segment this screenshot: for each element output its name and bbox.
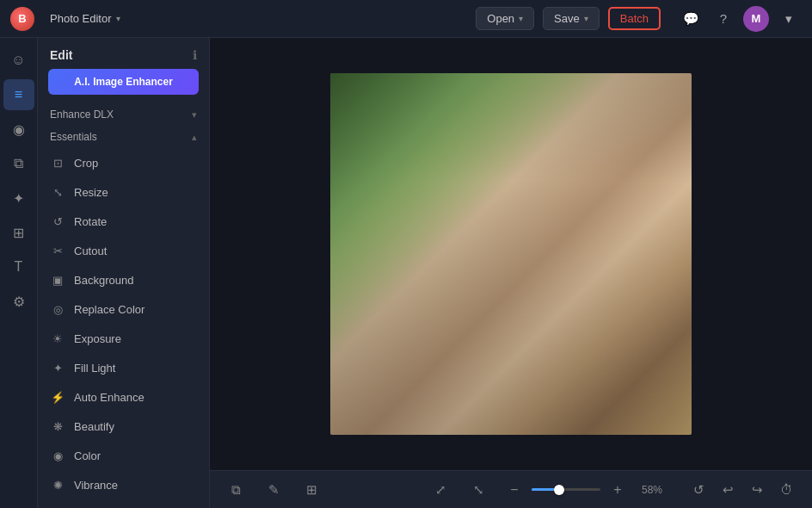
menu-item-sharpen[interactable]: △ Sharpen	[38, 499, 209, 508]
edit-bottom-icon[interactable]: ✎	[261, 478, 286, 502]
zoom-percentage: 58%	[642, 484, 673, 496]
icon-nav: ☺ ≡ ◉ ⧉ ✦ ⊞ T ⚙	[0, 38, 38, 508]
photo-content	[330, 73, 692, 435]
essentials-section-header[interactable]: Essentials ▴	[38, 126, 209, 148]
app-logo[interactable]: B	[10, 7, 34, 31]
open-button[interactable]: Open ▾	[476, 7, 534, 30]
menu-item-vibrance[interactable]: ✺ Vibrance	[38, 470, 209, 499]
menu-item-label: Vibrance	[74, 479, 118, 492]
menu-item-label: Fill Light	[74, 362, 115, 375]
nav-eye-icon[interactable]: ◉	[3, 114, 34, 145]
layers-bottom-icon[interactable]: ⧉	[224, 478, 248, 502]
enhance-section-title: Enhance DLX	[50, 108, 114, 121]
resize-icon: ⤡	[50, 184, 65, 200]
enhance-section-header[interactable]: Enhance DLX ▾	[38, 103, 209, 126]
redo-icon[interactable]: ↪	[745, 478, 769, 502]
crop-icon: ⊡	[50, 155, 65, 170]
menu-item-auto-enhance[interactable]: ⚡ Auto Enhance	[38, 382, 209, 412]
menu-item-resize[interactable]: ⤡ Resize	[38, 177, 209, 207]
menu-item-label: Cutout	[74, 245, 107, 257]
menu-list: ⊡ Crop ⤡ Resize ↺ Rotate ✂ Cutout ▣ Back…	[38, 148, 209, 508]
menu-item-exposure[interactable]: ☀ Exposure	[38, 324, 209, 353]
essentials-section-title: Essentials	[50, 131, 97, 143]
menu-item-replace-color[interactable]: ◎ Replace Color	[38, 294, 209, 324]
topbar-icons: 💬 ? M ▾	[678, 6, 802, 32]
menu-item-label: Replace Color	[74, 303, 145, 316]
nav-face-icon[interactable]: ☺	[3, 45, 34, 76]
fit-icon[interactable]: ⤢	[428, 478, 452, 502]
zoom-controls: − +	[504, 480, 628, 500]
info-icon[interactable]: ℹ	[193, 48, 197, 62]
rotate-icon: ↺	[50, 214, 65, 229]
app-title-chevron: ▾	[116, 14, 120, 23]
vibrance-icon: ✺	[50, 477, 65, 493]
menu-item-label: Rotate	[74, 215, 107, 228]
canvas-wrapper	[210, 38, 812, 470]
zoom-slider-thumb[interactable]	[554, 485, 564, 495]
nav-settings-icon[interactable]: ⚙	[3, 286, 34, 317]
canvas-image[interactable]	[330, 73, 692, 435]
menu-item-label: Color	[74, 449, 101, 462]
menu-item-label: Beautify	[74, 420, 114, 433]
topbar-menu-icon[interactable]: ▾	[776, 6, 802, 32]
left-panel: Edit ℹ A.I. Image Enhancer Enhance DLX ▾…	[38, 38, 210, 508]
main-layout: ☺ ≡ ◉ ⧉ ✦ ⊞ T ⚙ Edit ℹ A.I. Image Enhanc…	[0, 38, 812, 508]
menu-item-rotate[interactable]: ↺ Rotate	[38, 207, 209, 236]
canvas-area: ⧉ ✎ ⊞ ⤢ ⤡ − + 58% ↺ ↩ ↪ ⏱	[210, 38, 812, 508]
zoom-slider[interactable]	[532, 488, 600, 491]
menu-item-cutout[interactable]: ✂ Cutout	[38, 236, 209, 265]
batch-button[interactable]: Batch	[608, 7, 661, 30]
menu-item-fill-light[interactable]: ✦ Fill Light	[38, 353, 209, 382]
menu-item-label: Crop	[74, 157, 98, 170]
undo-icon[interactable]: ↩	[716, 478, 740, 502]
menu-item-label: Exposure	[74, 332, 121, 345]
panel-title: Edit	[50, 48, 72, 62]
nav-type-icon[interactable]: T	[3, 251, 34, 282]
menu-item-label: Auto Enhance	[74, 391, 145, 404]
enhance-section-arrow: ▾	[192, 109, 197, 121]
fill light-icon: ✦	[50, 360, 65, 375]
nav-grid-icon[interactable]: ⊞	[3, 217, 34, 248]
bottom-bar: ⧉ ✎ ⊞ ⤢ ⤡ − + 58% ↺ ↩ ↪ ⏱	[210, 470, 812, 508]
bottom-right-icons: ↺ ↩ ↪ ⏱	[686, 478, 798, 502]
menu-item-beautify[interactable]: ❋ Beautify	[38, 412, 209, 441]
nav-layers-icon[interactable]: ⧉	[3, 148, 34, 179]
cutout-icon: ✂	[50, 243, 65, 258]
menu-item-label: Resize	[74, 186, 108, 199]
save-button[interactable]: Save ▾	[543, 7, 600, 30]
replace color-icon: ◎	[50, 301, 65, 317]
nav-magic-icon[interactable]: ✦	[3, 183, 34, 214]
topbar: B Photo Editor ▾ Open ▾ Save ▾ Batch 💬 ?…	[0, 0, 812, 38]
app-title-button[interactable]: Photo Editor ▾	[43, 9, 127, 28]
background-icon: ▣	[50, 272, 65, 288]
menu-item-crop[interactable]: ⊡ Crop	[38, 148, 209, 177]
panel-header: Edit ℹ	[38, 38, 209, 69]
exposure-icon: ☀	[50, 331, 65, 346]
history-icon[interactable]: ⏱	[774, 478, 798, 502]
expand-icon[interactable]: ⤡	[466, 478, 490, 502]
avatar[interactable]: M	[743, 6, 769, 32]
ai-enhancer-button[interactable]: A.I. Image Enhancer	[48, 69, 199, 95]
beautify-icon: ❋	[50, 418, 65, 434]
app-title-label: Photo Editor	[50, 12, 112, 25]
grid-bottom-icon[interactable]: ⊞	[299, 478, 323, 502]
color-icon: ◉	[50, 448, 65, 463]
nav-sliders-icon[interactable]: ≡	[3, 79, 34, 110]
menu-item-background[interactable]: ▣ Background	[38, 265, 209, 294]
message-icon[interactable]: 💬	[678, 6, 704, 32]
zoom-minus-button[interactable]: −	[504, 480, 525, 500]
refresh-icon[interactable]: ↺	[686, 478, 710, 502]
help-icon[interactable]: ?	[710, 6, 736, 32]
menu-item-color[interactable]: ◉ Color	[38, 441, 209, 470]
auto enhance-icon: ⚡	[50, 389, 65, 405]
essentials-section-arrow: ▴	[192, 132, 197, 143]
menu-item-label: Background	[74, 274, 133, 287]
zoom-plus-button[interactable]: +	[607, 480, 628, 500]
